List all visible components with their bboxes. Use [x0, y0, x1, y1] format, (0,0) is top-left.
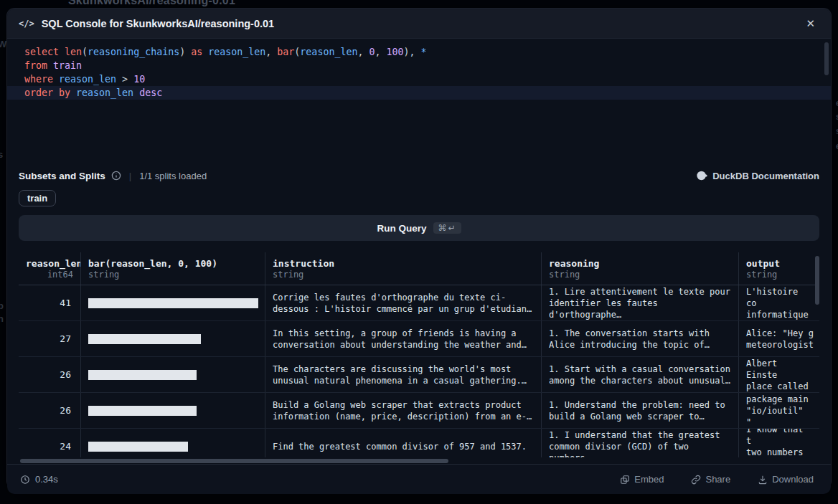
- subsets-row: Subsets and Splits | 1/1 splits loaded D…: [7, 167, 831, 184]
- table-header-row: reason_lenint64bar(reason_len, 0, 100)st…: [19, 252, 819, 285]
- code-line: order by reason_len desc: [7, 86, 831, 100]
- embed-icon: [620, 475, 630, 485]
- backdrop-fragment: s: [0, 149, 3, 160]
- backdrop-page-title: SkunkworksAI/reasoning-0.01: [68, 0, 235, 7]
- table-row: 27In this setting, a group of friends is…: [19, 321, 819, 357]
- close-button[interactable]: ✕: [801, 15, 819, 32]
- query-duration-value: 0.34s: [35, 474, 58, 485]
- backdrop-left-fragments: Wsbh: [0, 0, 7, 504]
- code-line: from train: [7, 59, 831, 72]
- info-icon[interactable]: [111, 171, 121, 181]
- query-duration: 0.34s: [20, 474, 58, 485]
- cell-bar: [81, 285, 265, 320]
- cell-reasoning: 1. Lire attentivement le texte pour iden…: [542, 285, 739, 320]
- share-label: Share: [705, 474, 730, 485]
- backdrop-right-fragments: esse: [831, 0, 838, 504]
- table-row: 26Build a Golang web scraper that extrac…: [19, 393, 819, 429]
- duckdb-documentation-link[interactable]: DuckDB Documentation: [697, 171, 819, 181]
- cell-bar: [81, 321, 265, 356]
- results-table[interactable]: reason_lenint64bar(reason_len, 0, 100)st…: [19, 252, 819, 457]
- table-horizontal-scrollbar[interactable]: [20, 459, 448, 463]
- bar-glyph: [88, 370, 197, 380]
- modal-title: SQL Console for SkunkworksAI/reasoning-0…: [42, 18, 274, 29]
- duckdb-logo-icon: [697, 171, 707, 181]
- editor-vertical-scrollbar[interactable]: [824, 42, 829, 75]
- bar-glyph: [88, 442, 188, 452]
- download-button[interactable]: Download: [753, 473, 818, 485]
- bar-glyph: [88, 298, 258, 308]
- separator: |: [129, 171, 131, 181]
- cell-bar: [81, 429, 265, 457]
- cell-reason-len: 26: [19, 393, 81, 428]
- backdrop-fragment: W: [0, 39, 6, 49]
- backdrop-fragment: h: [0, 313, 4, 324]
- embed-button[interactable]: Embed: [616, 473, 668, 485]
- cell-reasoning: 1. The conversation starts with Alice in…: [542, 321, 739, 356]
- cell-output: package main "io/ioutil" ": [739, 393, 819, 428]
- cell-output: I know that t two numbers i: [739, 429, 819, 457]
- cell-output: Alice: "Hey g meteorologist: [739, 321, 819, 356]
- download-icon: [758, 475, 768, 485]
- backdrop-fragment: b: [0, 300, 4, 311]
- footer-actions: Embed Share Download: [616, 473, 818, 485]
- cell-bar: [81, 357, 265, 392]
- cell-instruction: Find the greatest common divisor of 957 …: [265, 429, 542, 457]
- cell-reason-len: 41: [19, 285, 81, 320]
- code-line: select len(reasoning_chains) as reason_l…: [7, 45, 831, 59]
- table-row: 41Corrige les fautes d'orthographe du te…: [19, 285, 819, 321]
- cell-reasoning: 1. Start with a casual conversation amon…: [542, 357, 739, 392]
- cell-output: L'histoire co informatique: [739, 285, 819, 320]
- split-chip-train[interactable]: train: [19, 190, 56, 206]
- column-header-output: outputstring: [739, 252, 819, 285]
- column-header-bar-reason-len-0-100: bar(reason_len, 0, 100)string: [81, 252, 265, 285]
- bar-glyph: [88, 406, 197, 416]
- cell-instruction: In this setting, a group of friends is h…: [265, 321, 542, 356]
- column-header-instruction: instructionstring: [265, 252, 542, 285]
- column-header-reason-len: reason_lenint64: [19, 252, 81, 285]
- cell-instruction: The characters are discussing the world'…: [265, 357, 542, 392]
- cell-reason-len: 24: [19, 429, 81, 457]
- cell-reason-len: 26: [19, 357, 81, 392]
- sql-editor-lines: select len(reasoning_chains) as reason_l…: [7, 45, 831, 100]
- cell-instruction: Corrige les fautes d'orthographe du text…: [265, 285, 542, 320]
- download-label: Download: [772, 474, 814, 485]
- table-row: 24Find the greatest common divisor of 95…: [19, 429, 819, 457]
- duckdb-documentation-label: DuckDB Documentation: [712, 171, 819, 181]
- code-icon: </>: [19, 19, 34, 29]
- cell-output: Albert Einste place called: [739, 357, 819, 392]
- cell-reasoning: 1. I understand that the greatest common…: [542, 429, 739, 457]
- cell-reason-len: 27: [19, 321, 81, 356]
- clock-icon: [20, 475, 30, 485]
- share-button[interactable]: Share: [687, 473, 735, 485]
- splits-chips: train: [7, 190, 831, 206]
- modal-header: </> SQL Console for SkunkworksAI/reasoni…: [7, 9, 831, 39]
- run-query-button[interactable]: Run Query ⌘↵: [19, 215, 819, 241]
- cell-instruction: Build a Golang web scraper that extracts…: [265, 393, 542, 428]
- cell-reasoning: 1. Understand the problem: need to build…: [542, 393, 739, 428]
- table-body: 41Corrige les fautes d'orthographe du te…: [19, 285, 819, 457]
- table-row: 26The characters are discussing the worl…: [19, 357, 819, 393]
- table-horizontal-scrollbar-track: [19, 459, 819, 464]
- code-line: where reason_len > 10: [7, 72, 831, 86]
- link-icon: [691, 475, 701, 485]
- sql-editor[interactable]: select len(reasoning_chains) as reason_l…: [7, 39, 831, 160]
- modal-footer: 0.34s Embed Share Down: [7, 464, 831, 494]
- table-vertical-scrollbar[interactable]: [815, 256, 819, 305]
- sql-console-modal: </> SQL Console for SkunkworksAI/reasoni…: [7, 9, 831, 488]
- subsets-title: Subsets and Splits: [19, 171, 105, 181]
- bar-glyph: [88, 334, 201, 344]
- splits-loaded-status: 1/1 splits loaded: [139, 171, 207, 181]
- embed-label: Embed: [634, 474, 664, 485]
- keyboard-shortcut-badge: ⌘↵: [433, 222, 461, 234]
- cell-bar: [81, 393, 265, 428]
- column-header-reasoning: reasoningstring: [542, 252, 739, 285]
- run-query-label: Run Query: [377, 223, 426, 234]
